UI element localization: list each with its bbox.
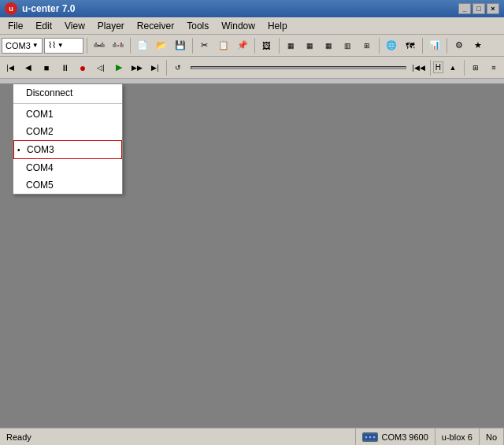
toolbar-separator-1 xyxy=(87,38,87,54)
dropdown-disconnect[interactable]: Disconnect xyxy=(13,84,122,102)
open-button[interactable]: 📂 xyxy=(153,37,170,54)
toolbar-separator-4 xyxy=(254,38,255,54)
com-dropdown-menu: Disconnect COM1 COM2 • COM3 COM4 COM5 xyxy=(13,83,123,195)
com-port-value: COM3 xyxy=(6,41,31,50)
com4-label: COM4 xyxy=(26,162,54,173)
disconnect-icon xyxy=(111,39,125,53)
speed-display: H xyxy=(433,61,443,73)
status-bar: Ready COM3 9600 u-blox 6 No xyxy=(0,428,504,445)
dropdown-com1[interactable]: COM1 xyxy=(13,106,122,123)
beginning-button[interactable]: |◀ xyxy=(2,59,19,76)
loop-button[interactable]: ↺ xyxy=(169,59,187,76)
speed-h-icon: H xyxy=(435,63,441,72)
connect-icon xyxy=(92,39,106,53)
view5-button[interactable]: ⊞ xyxy=(358,37,376,54)
toolbar-separator-8 xyxy=(447,38,447,54)
svg-rect-2 xyxy=(98,45,101,46)
com-icon xyxy=(362,432,378,442)
maximize-button[interactable]: □ xyxy=(472,3,485,14)
menu-player[interactable]: Player xyxy=(91,17,131,34)
dropdown-com3[interactable]: • COM3 xyxy=(13,140,122,159)
fast-forward-button[interactable]: ▶▶ xyxy=(128,59,146,76)
app-icon: u xyxy=(5,2,17,15)
minimize-button[interactable]: _ xyxy=(458,3,471,14)
svg-rect-8 xyxy=(120,43,122,44)
toolbar-2: |◀ ◀ ■ ⏸ ● ◁| ▶ ▶▶ ▶| ↺ |◀◀ H ▲ ⊞ ≡ xyxy=(0,57,504,79)
end-button[interactable]: ▶| xyxy=(146,59,164,76)
svg-rect-7 xyxy=(114,43,116,44)
com5-label: COM5 xyxy=(26,180,54,191)
new-button[interactable]: 📄 xyxy=(134,37,151,54)
baud-rate-arrow-icon: ▼ xyxy=(57,42,64,49)
title-buttons[interactable]: _ □ × xyxy=(458,3,499,14)
filter-button[interactable]: ≡ xyxy=(485,59,502,76)
toolbar-separator-6 xyxy=(379,38,380,54)
view3-button[interactable]: ▦ xyxy=(321,37,338,54)
com3-label: COM3 xyxy=(27,144,54,155)
disconnect-button[interactable] xyxy=(109,37,127,54)
progress-bar[interactable] xyxy=(191,66,406,69)
cut-button[interactable]: ✂ xyxy=(196,37,213,54)
com2-label: COM2 xyxy=(26,126,54,137)
view1-button[interactable]: ▦ xyxy=(283,37,300,54)
stop-button[interactable]: ■ xyxy=(38,59,55,76)
svg-rect-4 xyxy=(102,43,103,44)
menu-file[interactable]: File xyxy=(2,17,29,34)
toolbar-separator-3 xyxy=(192,38,193,54)
status-extra: No xyxy=(480,428,504,445)
svg-point-12 xyxy=(365,436,368,438)
toolbar-separator-2 xyxy=(130,38,131,54)
menu-receiver[interactable]: Receiver xyxy=(131,17,180,34)
view2-button[interactable]: ▦ xyxy=(302,37,319,54)
map-button[interactable]: 🌐 xyxy=(383,37,400,54)
baud-rate-dropdown[interactable]: ⌇⌇ ▼ xyxy=(44,38,83,54)
com-port-dropdown[interactable]: COM3 ▼ xyxy=(2,38,43,54)
extra1-button[interactable]: ⚙ xyxy=(450,37,468,54)
speed-up-button[interactable]: ▲ xyxy=(444,59,461,76)
disconnect-label: Disconnect xyxy=(26,87,72,98)
menu-tools[interactable]: Tools xyxy=(180,17,215,34)
play-button[interactable]: ▶ xyxy=(110,59,128,76)
svg-point-14 xyxy=(373,436,376,438)
copy-button[interactable]: 📋 xyxy=(215,37,232,54)
svg-rect-6 xyxy=(120,44,124,47)
status-ready: Ready xyxy=(0,428,356,445)
title-bar: u u-center 7.0 _ □ × xyxy=(0,0,504,17)
map2-button[interactable]: 🗺 xyxy=(402,37,419,54)
extra-text: No xyxy=(486,432,497,442)
toolbar-separator-7 xyxy=(422,38,423,54)
svg-point-13 xyxy=(369,436,372,438)
ready-text: Ready xyxy=(6,432,32,442)
com3-bullet-icon: • xyxy=(17,146,20,154)
extra2-button[interactable]: ★ xyxy=(469,37,487,54)
end-seek-button[interactable]: |◀◀ xyxy=(410,59,428,76)
record-button[interactable]: ● xyxy=(74,59,91,76)
progress-container xyxy=(187,66,410,69)
menu-help[interactable]: Help xyxy=(261,17,294,34)
dropdown-com5[interactable]: COM5 xyxy=(13,176,122,194)
dropdown-com4[interactable]: COM4 xyxy=(13,159,122,176)
zoom-button[interactable]: ⊞ xyxy=(467,59,484,76)
chart-button[interactable]: 📊 xyxy=(426,37,443,54)
view4-button[interactable]: ▥ xyxy=(339,37,357,54)
menu-edit[interactable]: Edit xyxy=(29,17,58,34)
title-text: u-center 7.0 xyxy=(22,3,458,14)
svg-rect-3 xyxy=(95,43,97,44)
close-button[interactable]: × xyxy=(487,3,499,14)
rewind-button[interactable]: ◀ xyxy=(20,59,37,76)
dropdown-com2[interactable]: COM2 xyxy=(13,123,122,140)
paste-button[interactable]: 📌 xyxy=(234,37,251,54)
menu-view[interactable]: View xyxy=(58,17,91,34)
screenshot-button[interactable]: 🖼 xyxy=(258,37,276,54)
toolbar-1: COM3 ▼ ⌇⌇ ▼ 📄 📂 💾 ✂ 📋 📌 🖼 ▦ ▦ ▦ xyxy=(0,35,504,57)
com1-label: COM1 xyxy=(26,109,54,120)
toolbar-separator-5 xyxy=(279,38,280,54)
pause-button[interactable]: ⏸ xyxy=(56,59,73,76)
step-back-button[interactable]: ◁| xyxy=(92,59,109,76)
device-text: u-blox 6 xyxy=(442,432,472,442)
com-port-status: COM3 9600 xyxy=(381,432,428,442)
dropdown-separator xyxy=(13,103,122,104)
connect-button[interactable] xyxy=(91,37,108,54)
menu-window[interactable]: Window xyxy=(215,17,261,34)
save-button[interactable]: 💾 xyxy=(172,37,189,54)
